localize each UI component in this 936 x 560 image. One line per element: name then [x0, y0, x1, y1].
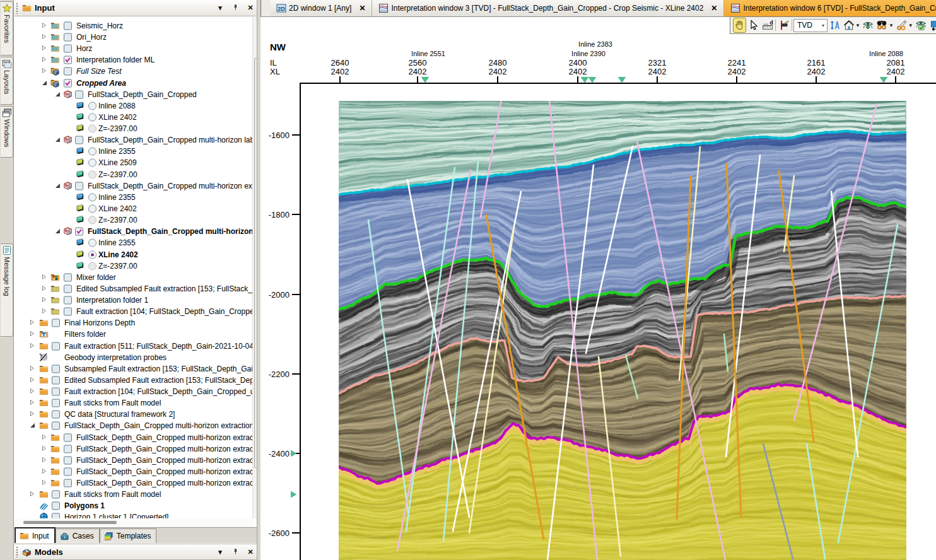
- tree-item[interactable]: XLine 2402: [15, 111, 253, 123]
- ruler-tool-button[interactable]: d: [761, 18, 774, 33]
- input-panel-header[interactable]: Input ▾✕: [15, 0, 260, 16]
- checkbox[interactable]: [52, 399, 60, 407]
- checkbox[interactable]: [64, 433, 72, 441]
- vscale-tool-button[interactable]: [828, 18, 841, 33]
- tree-item[interactable]: Edited Subsampled Fault extraction [153;…: [15, 283, 253, 295]
- tree-item[interactable]: FullStack_Depth_Gain_Cropped: [15, 88, 253, 100]
- radio[interactable]: [88, 102, 97, 110]
- tree-item[interactable]: Polygons 1: [15, 500, 253, 512]
- tree-item[interactable]: XLine 2402: [15, 248, 253, 260]
- seismic-marker-triangle[interactable]: [421, 77, 429, 83]
- expand-arrow-icon[interactable]: [42, 296, 47, 305]
- expand-arrow-icon[interactable]: [42, 307, 47, 316]
- models-panel-menu-button[interactable]: ▾: [216, 548, 225, 556]
- checkbox-checked[interactable]: [64, 56, 72, 64]
- tree-item[interactable]: XLine 2509: [15, 157, 253, 169]
- radio[interactable]: [88, 125, 97, 133]
- depth-marker-arrow[interactable]: [291, 450, 296, 457]
- seismic-marker-triangle[interactable]: [618, 77, 626, 83]
- dropdown-arrow-icon[interactable]: ▼: [908, 23, 913, 28]
- checkbox[interactable]: [75, 90, 83, 98]
- checkbox[interactable]: [64, 467, 72, 475]
- models-panel-header[interactable]: Models ▾✕: [15, 544, 260, 560]
- checkbox-checked[interactable]: [64, 79, 72, 87]
- sidebar-tab-message-log[interactable]: Message log: [1, 243, 13, 337]
- expand-arrow-icon[interactable]: [42, 433, 47, 442]
- drag-grip[interactable]: [16, 3, 19, 14]
- checkbox[interactable]: [75, 136, 83, 144]
- radio[interactable]: [88, 204, 97, 213]
- tree-item[interactable]: Inline 2088: [15, 100, 253, 112]
- collapse-arrow-icon[interactable]: [30, 421, 35, 430]
- checkbox[interactable]: [64, 33, 72, 42]
- checkbox[interactable]: [64, 445, 72, 453]
- expand-arrow-icon[interactable]: [30, 399, 35, 407]
- checkbox[interactable]: [75, 182, 83, 190]
- depth-marker-arrow[interactable]: [291, 491, 296, 498]
- drag-grip[interactable]: [16, 546, 19, 557]
- scrollbar-thumb[interactable]: [23, 521, 117, 524]
- tree-item[interactable]: Z=-2397.00: [15, 123, 253, 135]
- radio[interactable]: [88, 216, 97, 225]
- expand-arrow-icon[interactable]: [30, 342, 35, 351]
- tree-item[interactable]: Horz: [15, 43, 253, 55]
- close-tab-icon[interactable]: ✕: [711, 4, 717, 13]
- checkbox[interactable]: [64, 67, 72, 76]
- tree-item[interactable]: Filters folder: [15, 329, 253, 341]
- radio[interactable]: [88, 113, 97, 121]
- panel-tab-input[interactable]: Input: [15, 527, 56, 543]
- tree-item[interactable]: FullStack_Depth_Gain_Cropped multi-horiz…: [15, 431, 253, 443]
- expand-arrow-icon[interactable]: [42, 456, 47, 465]
- tree-item[interactable]: Final Horizons Depth: [15, 317, 253, 329]
- tree-item[interactable]: XLine 2402: [15, 202, 253, 214]
- tree-horizontal-scrollbar[interactable]: [15, 518, 253, 527]
- expand-arrow-icon[interactable]: [42, 445, 47, 453]
- sidebar-tab-windows[interactable]: Windows: [1, 106, 13, 158]
- eyecheck-tool-button[interactable]: [915, 18, 928, 33]
- checkbox-checked[interactable]: [75, 228, 83, 236]
- seismic-marker-triangle[interactable]: [588, 77, 596, 83]
- checkbox[interactable]: [52, 491, 60, 499]
- input-panel-close-button[interactable]: ✕: [246, 4, 255, 12]
- tree-item[interactable]: FullStack_Depth_Gain_Cropped multi-horiz…: [15, 477, 253, 489]
- checkbox[interactable]: [52, 342, 60, 350]
- binoculars-tool-button[interactable]: [875, 18, 889, 33]
- tree-item[interactable]: Seismic_Horz: [15, 20, 253, 32]
- tree-item[interactable]: Z=-2397.00: [15, 260, 253, 272]
- tree-item[interactable]: Inline 2355: [15, 146, 253, 158]
- window-tab-3[interactable]: Interpretation window 6 [TVD] - FullStac…: [724, 0, 936, 16]
- radio[interactable]: [88, 159, 97, 167]
- tree-item[interactable]: FullStack_Depth_Gain_Cropped multi-horiz…: [15, 226, 253, 238]
- tree-item[interactable]: Z=-2397.00: [15, 168, 253, 180]
- tree-item[interactable]: Full Size Test: [15, 66, 253, 78]
- seismic-marker-triangle[interactable]: [581, 77, 588, 83]
- faultflag-tool-button[interactable]: [777, 18, 790, 33]
- close-tab-icon[interactable]: ✕: [359, 4, 365, 13]
- tree-item[interactable]: FullStack_Depth_Gain_Cropped multi-horiz…: [15, 420, 253, 432]
- tree-item[interactable]: Fault extraction [511; FullStack_Depth_G…: [15, 340, 253, 352]
- window-tab-1[interactable]: 2D2D window 1 [Any]✕: [270, 0, 372, 16]
- checkbox[interactable]: [52, 513, 60, 518]
- sidebar-tab-layouts[interactable]: Layouts: [1, 57, 13, 105]
- sidebar-tab-favorites[interactable]: Favorites: [1, 1, 13, 55]
- tree-item[interactable]: Fault extraction [104; FullStack_Depth_G…: [15, 386, 253, 398]
- radio[interactable]: [88, 193, 97, 201]
- expand-arrow-icon[interactable]: [42, 44, 47, 53]
- expand-arrow-icon[interactable]: [30, 490, 35, 499]
- dropdown-arrow-icon[interactable]: ▼: [855, 23, 860, 28]
- checkbox[interactable]: [64, 308, 72, 316]
- seismic-marker-triangle[interactable]: [880, 77, 887, 83]
- panel-tab-cases[interactable]: Cases: [56, 528, 100, 543]
- checkbox[interactable]: [64, 479, 72, 487]
- tree-item[interactable]: Subsampled Fault extraction [153; FullSt…: [15, 363, 253, 375]
- tree-item[interactable]: Cropped Area: [15, 77, 253, 89]
- tree-item[interactable]: FullStack_Depth_Gain_Cropped multi-horiz…: [15, 454, 253, 466]
- tree-item[interactable]: Fault sticks from Fault model: [15, 489, 253, 501]
- models-panel-close-button[interactable]: ✕: [246, 548, 255, 556]
- tree-item[interactable]: Inline 2355: [15, 191, 253, 203]
- cursor-tool-button[interactable]: [747, 18, 760, 33]
- expand-arrow-icon[interactable]: [42, 55, 47, 64]
- collapse-arrow-icon[interactable]: [55, 182, 61, 190]
- expand-arrow-icon[interactable]: [30, 365, 35, 373]
- tree-item[interactable]: FullStack_Depth_Gain_Cropped multi-horiz…: [15, 465, 253, 477]
